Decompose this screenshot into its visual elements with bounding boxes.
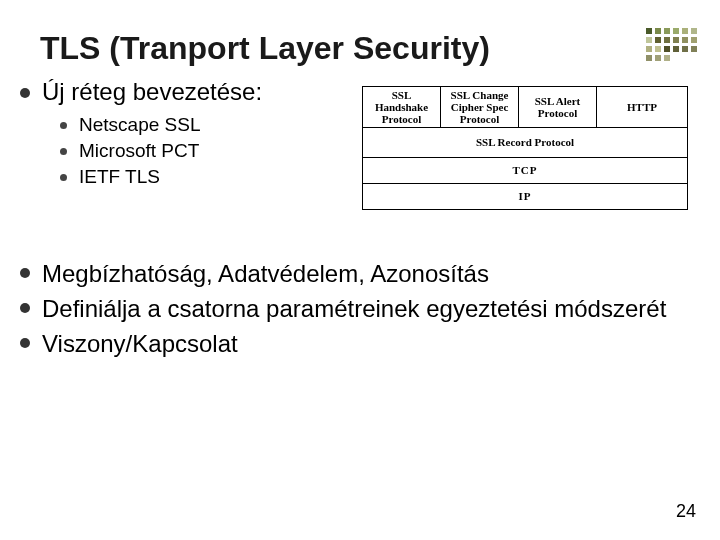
bullet-dot-icon — [60, 174, 67, 181]
bullet-dot-icon — [20, 268, 30, 278]
bullet-dot-icon — [60, 122, 67, 129]
diagram-cell: HTTP — [596, 86, 688, 128]
bullet-text: Megbízhatóság, Adatvédelem, Azonosítás — [42, 258, 489, 289]
slide-title: TLS (Tranport Layer Security) — [40, 30, 490, 67]
diagram-row-2: SSL Record Protocol — [362, 128, 688, 158]
diagram-cell: SSL Alert Protocol — [518, 86, 596, 128]
bullet-level1: Definiálja a csatorna paramétreinek egye… — [20, 293, 700, 324]
bullet-dot-icon — [20, 338, 30, 348]
diagram-row-4: IP — [362, 184, 688, 210]
diagram-cell: SSL Change Cipher Spec Protocol — [440, 86, 518, 128]
bullet-level1: Viszony/Kapcsolat — [20, 328, 700, 359]
protocol-stack-diagram: SSL Handshake Protocol SSL Change Cipher… — [362, 86, 688, 210]
bullet-text: Microsoft PCT — [79, 140, 199, 162]
decorative-dot-grid — [646, 28, 702, 61]
bullet-dot-icon — [60, 148, 67, 155]
diagram-row-3: TCP — [362, 158, 688, 184]
diagram-cell: SSL Record Protocol — [362, 128, 688, 158]
bullet-text: Definiálja a csatorna paramétreinek egye… — [42, 293, 666, 324]
diagram-cell: IP — [362, 184, 688, 210]
bullet-text: Viszony/Kapcsolat — [42, 328, 238, 359]
bullet-text: IETF TLS — [79, 166, 160, 188]
lower-bullet-group: Megbízhatóság, Adatvédelem, Azonosítás D… — [20, 258, 700, 360]
bullet-level1: Megbízhatóság, Adatvédelem, Azonosítás — [20, 258, 700, 289]
bullet-dot-icon — [20, 88, 30, 98]
slide-number: 24 — [676, 501, 696, 522]
bullet-dot-icon — [20, 303, 30, 313]
diagram-cell: TCP — [362, 158, 688, 184]
diagram-cell: SSL Handshake Protocol — [362, 86, 440, 128]
bullet-text: Netscape SSL — [79, 114, 200, 136]
diagram-row-1: SSL Handshake Protocol SSL Change Cipher… — [362, 86, 688, 128]
bullet-text: Új réteg bevezetése: — [42, 78, 262, 106]
